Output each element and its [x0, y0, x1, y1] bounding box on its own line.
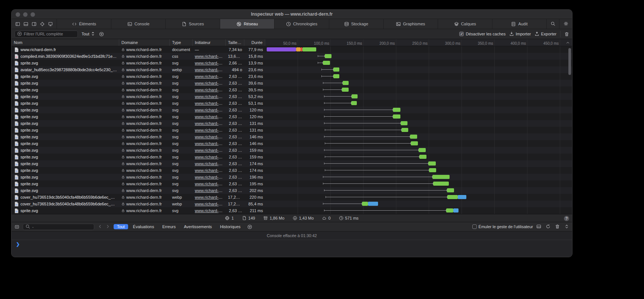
initiator-link[interactable]: www.richard-d… [195, 114, 225, 119]
initiator-link[interactable]: www.richard-d… [195, 135, 225, 139]
tab-graphics[interactable]: Graphismes [384, 19, 438, 29]
column-header-duration[interactable]: Durée [244, 39, 265, 46]
table-row[interactable]: sprite.svgwww.richard-dern.frsvgwww.rich… [12, 147, 572, 154]
tab-sources[interactable]: Sources [166, 19, 220, 29]
close-button[interactable] [16, 12, 20, 17]
console-tab-evaluations[interactable]: Évaluations [130, 224, 158, 229]
initiator-link[interactable]: www.richard-d… [195, 128, 225, 132]
table-row[interactable]: sprite.svgwww.richard-dern.frsvgwww.rich… [12, 73, 572, 80]
export-button[interactable]: Exporter [534, 31, 556, 37]
column-header-initiator[interactable]: Initiateur [193, 39, 226, 46]
initiator-link[interactable]: www.richard-d… [195, 195, 225, 199]
resource-scope-select[interactable]: Tout [82, 31, 95, 37]
initiator-link[interactable]: www.richard-d… [195, 168, 225, 173]
help-button[interactable]: ? [564, 216, 569, 221]
search-button[interactable] [547, 19, 559, 29]
tab-console[interactable]: Console [111, 19, 166, 29]
initiator-link[interactable]: www.richard-d… [195, 67, 225, 72]
table-row[interactable]: www.richard-dern.frwww.richard-dern.frdo… [12, 46, 572, 53]
initiator-link[interactable]: www.richard-d… [195, 121, 225, 126]
table-row[interactable]: sprite.svgwww.richard-dern.frsvgwww.rich… [12, 60, 572, 66]
zoom-button[interactable] [31, 12, 35, 17]
tab-network[interactable]: Réseau [220, 19, 275, 29]
console-prompt[interactable]: ❯ [12, 240, 572, 257]
initiator-link[interactable]: www.richard-d… [195, 188, 225, 193]
dock-bottom-icon[interactable] [23, 22, 28, 26]
table-row[interactable]: sprite.svgwww.richard-dern.frsvgwww.rich… [12, 100, 572, 107]
collapse-console-icon[interactable] [564, 224, 569, 230]
previous-result-icon[interactable] [98, 224, 102, 230]
table-row[interactable]: sprite.svgwww.richard-dern.frsvgwww.rich… [12, 180, 572, 187]
dock-right-icon[interactable] [32, 22, 37, 26]
initiator-link[interactable]: www.richard-d… [195, 94, 225, 99]
console-tab-historiques[interactable]: Historiques [217, 224, 244, 229]
disable-caches-checkbox[interactable]: ✓ Désactiver les caches [459, 32, 505, 36]
reload-icon[interactable] [546, 224, 551, 230]
table-row[interactable]: sprite.svgwww.richard-dern.frsvgwww.rich… [12, 133, 572, 140]
initiator-link[interactable]: www.richard-d… [195, 61, 225, 65]
table-row[interactable]: sprite.svgwww.richard-dern.frsvgwww.rich… [12, 113, 572, 120]
initiator-link[interactable]: www.richard-d… [195, 208, 225, 213]
table-row[interactable]: sprite.svgwww.richard-dern.frsvgwww.rich… [12, 107, 572, 113]
settings-button[interactable] [559, 19, 572, 29]
tab-audit[interactable]: Audit [492, 19, 547, 29]
clear-network-trash-icon[interactable] [564, 32, 569, 37]
table-row[interactable]: sprite.svgwww.richard-dern.frsvgwww.rich… [12, 187, 572, 194]
table-row[interactable]: cover_hu736519dc3b5040cfa48b6b559b6de6ec… [12, 194, 572, 201]
table-row[interactable]: sprite.svgwww.richard-dern.frsvgwww.rich… [12, 140, 572, 147]
clear-console-trash-icon[interactable] [555, 224, 560, 230]
initiator-link[interactable]: www.richard-d… [195, 182, 225, 186]
console-scope-icon[interactable] [15, 224, 19, 229]
tab-elements[interactable]: Éléments [57, 19, 111, 29]
table-row[interactable]: cover_hu736519dc3b5040cfa48b6b559b6de6ec… [12, 201, 572, 207]
console-tab-erreurs[interactable]: Erreurs [159, 224, 179, 229]
column-header-type[interactable]: Type [170, 39, 193, 46]
initiator-link[interactable]: www.richard-d… [195, 81, 225, 85]
table-row[interactable]: sprite.svgwww.richard-dern.frsvgwww.rich… [12, 86, 572, 93]
import-button[interactable]: Importer [509, 31, 531, 37]
scrollbar-thumb[interactable] [568, 48, 571, 75]
dock-side-icon[interactable] [15, 22, 20, 26]
table-row[interactable]: sprite.svgwww.richard-dern.frsvgwww.rich… [12, 167, 572, 174]
table-row[interactable]: sprite.svgwww.richard-dern.frsvgwww.rich… [12, 154, 572, 160]
initiator-link[interactable]: www.richard-d… [195, 141, 225, 146]
console-search-input[interactable]: ⌄ [23, 224, 94, 230]
initiator-link[interactable]: www.richard-d… [195, 155, 225, 159]
tab-layers[interactable]: Calques [438, 19, 492, 29]
element-picker-icon[interactable] [40, 22, 45, 26]
column-header-size[interactable]: Taille… [226, 39, 244, 46]
initiator-link[interactable]: www.richard-d… [195, 108, 225, 112]
console-tab-avertissements[interactable]: Avertissements [181, 224, 215, 229]
emulate-user-gesture-checkbox[interactable]: Émuler le geste de l'utilisateur [472, 224, 533, 229]
initiator-link[interactable]: www.richard-d… [195, 175, 225, 179]
initiator-link[interactable]: www.richard-d… [195, 88, 225, 92]
table-row[interactable]: sprite.svgwww.richard-dern.frsvgwww.rich… [12, 127, 572, 133]
initiator-link[interactable]: www.richard-d… [195, 74, 225, 79]
device-icon[interactable] [48, 22, 53, 26]
tab-storage[interactable]: Stockage [329, 19, 384, 29]
table-row[interactable]: avatar_hu85ecc3e298728880b0bde2dcc4e5c23… [12, 66, 572, 73]
column-header-name[interactable]: Nom [12, 39, 119, 46]
console-filter-options-icon[interactable] [247, 224, 252, 229]
table-row[interactable]: sprite.svgwww.richard-dern.frsvgwww.rich… [12, 93, 572, 100]
initiator-link[interactable]: www.richard-d… [195, 148, 225, 152]
console-tab-tout[interactable]: Tout [114, 224, 128, 229]
console-panel-icon[interactable] [536, 224, 541, 230]
tab-timelines[interactable]: Chronologies [275, 19, 329, 29]
initiator-link[interactable]: www.richard-d… [195, 202, 225, 206]
initiator-link[interactable]: www.richard-d… [195, 161, 225, 166]
minimize-button[interactable] [23, 12, 28, 17]
table-row[interactable]: sprite.svgwww.richard-dern.frsvgwww.rich… [12, 207, 572, 214]
filter-options-button[interactable] [99, 32, 104, 37]
table-row[interactable]: compiled.min.38390909f303624ed9e1cf1bd3f… [12, 53, 572, 60]
chevron-up-icon[interactable] [565, 40, 570, 46]
table-row[interactable]: sprite.svgwww.richard-dern.frsvgwww.rich… [12, 120, 572, 127]
initiator-link[interactable]: www.richard-d… [195, 101, 225, 106]
table-row[interactable]: sprite.svgwww.richard-dern.frsvgwww.rich… [12, 80, 572, 86]
column-header-domain[interactable]: Domaine [119, 39, 170, 46]
initiator-link[interactable]: www.richard-d… [195, 54, 225, 59]
next-result-icon[interactable] [105, 224, 110, 230]
table-row[interactable]: sprite.svgwww.richard-dern.frsvgwww.rich… [12, 174, 572, 180]
table-row[interactable]: sprite.svgwww.richard-dern.frsvgwww.rich… [12, 160, 572, 167]
url-filter-input[interactable]: Filtrer l'URL complète [15, 31, 78, 38]
